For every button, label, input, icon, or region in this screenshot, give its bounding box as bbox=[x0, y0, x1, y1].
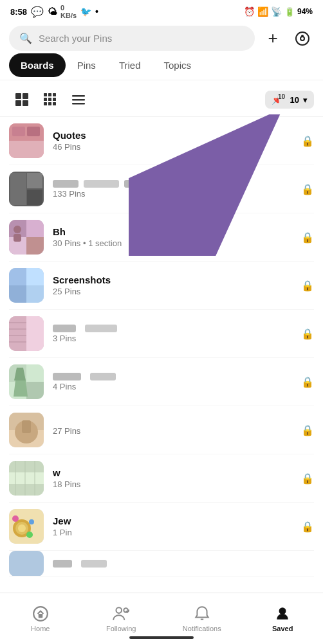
compact-grid-button[interactable] bbox=[37, 87, 63, 112]
board-item[interactable]: Jew 1 Pin 🔒 bbox=[9, 503, 314, 551]
board-item[interactable]: 3 Pins 🔒 bbox=[9, 310, 314, 358]
time-display: 8:58 bbox=[10, 7, 27, 17]
settings-button[interactable] bbox=[291, 27, 314, 50]
nav-label-saved: Saved bbox=[272, 625, 293, 632]
board-thumbnail bbox=[9, 509, 44, 544]
board-thumbnail bbox=[9, 316, 44, 351]
svg-rect-13 bbox=[44, 102, 47, 105]
search-placeholder: Search your Pins bbox=[39, 33, 245, 44]
svg-marker-51 bbox=[14, 380, 28, 397]
status-bar: 8:58 💬 🌤 0KB/s 🐦 • ⏰ 📶 📡 🔋 94% bbox=[0, 0, 323, 23]
svg-rect-27 bbox=[27, 190, 42, 205]
lock-icon: 🔒 bbox=[301, 521, 314, 533]
svg-rect-17 bbox=[72, 99, 85, 101]
svg-rect-41 bbox=[9, 316, 26, 351]
svg-rect-59 bbox=[9, 484, 44, 496]
board-meta: 133 Pins bbox=[53, 189, 292, 199]
board-item[interactable]: w 18 Pins 🔒 bbox=[9, 454, 314, 503]
svg-rect-3 bbox=[15, 93, 21, 99]
lock-icon: 🔒 bbox=[301, 231, 314, 244]
svg-rect-23 bbox=[27, 127, 40, 136]
svg-point-69 bbox=[26, 532, 33, 538]
nav-item-notifications[interactable]: Notifications bbox=[162, 600, 243, 638]
svg-rect-12 bbox=[53, 98, 56, 101]
board-thumbnail bbox=[9, 551, 44, 577]
board-thumbnail bbox=[9, 268, 44, 303]
board-item[interactable]: 133 Pins 🔒 bbox=[9, 165, 314, 213]
tabs-bar: Boards Pins Tried Topics bbox=[0, 51, 323, 80]
sort-button[interactable]: 📌 10 10 ▾ bbox=[265, 91, 314, 109]
svg-point-0 bbox=[296, 32, 309, 45]
svg-rect-36 bbox=[9, 268, 26, 285]
board-list: Quotes 46 Pins 🔒 133 Pins 🔒 bbox=[0, 117, 323, 577]
sort-count: 10 bbox=[290, 95, 299, 105]
board-name-row bbox=[53, 373, 292, 380]
svg-rect-26 bbox=[27, 173, 42, 188]
list-view-button[interactable] bbox=[66, 87, 91, 112]
svg-rect-34 bbox=[14, 234, 21, 242]
blurred-name-block-3 bbox=[124, 180, 147, 188]
board-item[interactable]: 4 Pins 🔒 bbox=[9, 358, 314, 406]
battery-percent: 94% bbox=[297, 7, 313, 16]
svg-rect-15 bbox=[53, 102, 56, 105]
signal-icon: 📡 bbox=[271, 6, 282, 17]
lock-icon: 🔒 bbox=[301, 183, 314, 195]
nav-item-saved[interactable]: Saved bbox=[243, 600, 324, 638]
board-meta: 46 Pins bbox=[53, 142, 292, 152]
board-name: Quotes bbox=[53, 130, 292, 141]
board-meta: 3 Pins bbox=[53, 334, 292, 343]
board-name: w bbox=[53, 467, 292, 478]
svg-point-74 bbox=[116, 607, 122, 613]
board-item[interactable] bbox=[9, 551, 314, 577]
board-info: 27 Pins bbox=[53, 425, 292, 436]
svg-rect-6 bbox=[23, 100, 28, 106]
pin-sort-icon: 📌 10 bbox=[272, 94, 282, 105]
nav-label-following: Following bbox=[106, 625, 136, 632]
sort-chevron-icon: ▾ bbox=[303, 95, 308, 105]
svg-rect-18 bbox=[72, 103, 85, 105]
board-item[interactable]: Quotes 46 Pins 🔒 bbox=[9, 117, 314, 165]
tab-boards[interactable]: Boards bbox=[9, 53, 66, 77]
svg-point-33 bbox=[14, 226, 21, 233]
board-name-row bbox=[53, 325, 292, 332]
search-bar[interactable]: 🔍 Search your Pins bbox=[9, 26, 255, 51]
board-thumbnail bbox=[9, 123, 44, 158]
svg-rect-37 bbox=[26, 268, 44, 285]
board-thumbnail bbox=[9, 172, 44, 206]
board-name: Bh bbox=[53, 226, 292, 237]
nav-item-home[interactable]: Home bbox=[0, 600, 81, 638]
nav-label-home: Home bbox=[31, 625, 50, 632]
svg-rect-49 bbox=[26, 382, 44, 399]
blurred-name-block bbox=[53, 180, 78, 188]
status-icons: ⏰ 📶 📡 🔋 94% bbox=[244, 6, 313, 17]
board-meta: 1 Pin bbox=[53, 528, 292, 537]
weather-icon: 🌤 bbox=[48, 6, 57, 17]
board-item[interactable]: 27 Pins 🔒 bbox=[9, 406, 314, 454]
board-thumbnail bbox=[9, 461, 44, 496]
nav-item-following[interactable]: Following bbox=[81, 600, 162, 638]
board-info: Screenshots 25 Pins bbox=[53, 274, 292, 296]
svg-rect-7 bbox=[44, 93, 47, 96]
board-info: Jew 1 Pin bbox=[53, 515, 292, 537]
search-icon: 🔍 bbox=[19, 32, 32, 44]
board-item[interactable]: Screenshots 25 Pins 🔒 bbox=[9, 262, 314, 310]
tab-pins[interactable]: Pins bbox=[66, 53, 107, 77]
board-item[interactable]: Bh 30 Pins • 1 section 🔒 bbox=[9, 213, 314, 262]
board-name-row bbox=[53, 180, 292, 188]
svg-rect-11 bbox=[48, 98, 51, 101]
board-info: Bh 30 Pins • 1 section bbox=[53, 226, 292, 248]
board-info: w 18 Pins bbox=[53, 467, 292, 489]
tab-tried[interactable]: Tried bbox=[107, 53, 152, 77]
tab-topics[interactable]: Topics bbox=[152, 53, 203, 77]
grid-view-button[interactable] bbox=[9, 87, 35, 112]
svg-rect-39 bbox=[26, 285, 44, 303]
alarm-icon: ⏰ bbox=[244, 6, 255, 17]
add-button[interactable]: + bbox=[261, 27, 284, 50]
lock-icon: 🔒 bbox=[301, 472, 314, 485]
lock-icon: 🔒 bbox=[301, 328, 314, 340]
svg-rect-9 bbox=[53, 93, 56, 96]
view-controls: 📌 10 10 ▾ bbox=[0, 83, 323, 117]
board-thumbnail bbox=[9, 413, 44, 447]
board-info bbox=[53, 560, 314, 568]
svg-rect-22 bbox=[12, 127, 25, 136]
